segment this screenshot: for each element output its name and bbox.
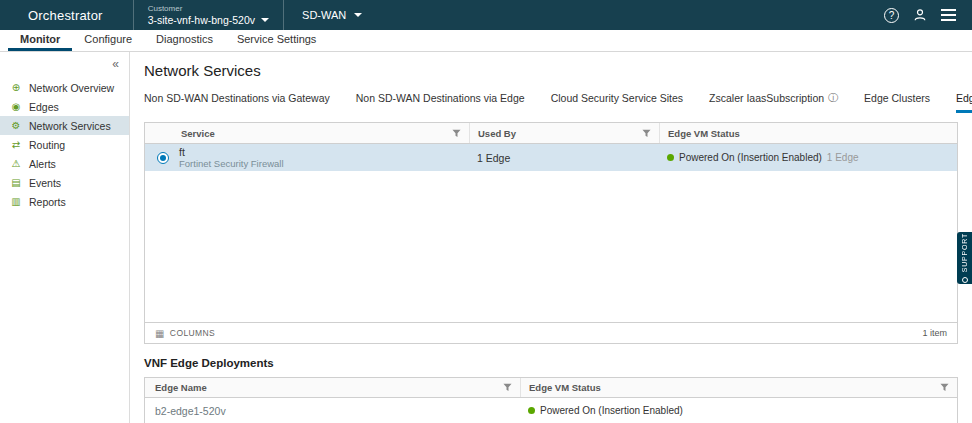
routing-icon: ⇄ <box>10 139 22 150</box>
vnf-table-header: Edge Name Edge VM Status <box>145 378 957 398</box>
sidebar-item-label: Routing <box>29 139 65 151</box>
vnf-deployments-title: VNF Edge Deployments <box>144 357 958 369</box>
tab-cloud-security-sites[interactable]: Cloud Security Service Sites <box>551 91 683 113</box>
filter-icon[interactable] <box>503 383 512 392</box>
columns-icon: ▦ <box>155 328 165 339</box>
chevron-down-icon <box>261 18 269 22</box>
vnf-deployments-table: Edge Name Edge VM Status b2-edge1-520v P… <box>144 377 958 423</box>
primary-nav: Monitor Configure Diagnostics Service Se… <box>0 30 972 52</box>
collapse-sidebar-icon[interactable]: « <box>112 57 119 71</box>
filter-icon[interactable] <box>642 129 651 138</box>
tab-nonsdwan-edge[interactable]: Non SD-WAN Destinations via Edge <box>356 91 525 113</box>
column-header-used-by: Used By <box>478 128 516 139</box>
sidebar-item-routing[interactable]: ⇄ Routing <box>0 135 129 154</box>
customer-value: 3-site-vnf-hw-bng-520v <box>148 14 255 26</box>
service-name: ft <box>179 147 469 158</box>
services-table: Service Used By Edge VM Status <box>144 122 958 344</box>
user-icon[interactable] <box>913 8 927 22</box>
table-row-edge-b2-edge1[interactable]: b2-edge1-520v Powered On (Insertion Enab… <box>145 398 957 423</box>
sidebar-item-label: Network Overview <box>29 82 114 94</box>
network-services-tabs: Non SD-WAN Destinations via Gateway Non … <box>144 91 958 113</box>
column-header-edge-name: Edge Name <box>155 382 207 393</box>
sidebar-item-events[interactable]: ▤ Events <box>0 173 129 192</box>
customer-dropdown[interactable]: Customer 3-site-vnf-hw-bng-520v <box>134 0 283 30</box>
reports-icon: ▥ <box>10 196 22 207</box>
filter-icon[interactable] <box>940 383 949 392</box>
chevron-down-icon <box>354 13 362 17</box>
support-icon <box>962 277 968 283</box>
sidebar-item-alerts[interactable]: ⚠ Alerts <box>0 154 129 173</box>
table-row-service-ft[interactable]: ft Fortinet Security Firewall 1 Edge Pow… <box>145 144 957 171</box>
used-by-value: 1 Edge <box>469 152 659 164</box>
network-services-icon: ⚙ <box>10 120 22 131</box>
sidebar-item-label: Edges <box>29 101 59 113</box>
menu-icon[interactable] <box>941 9 956 21</box>
network-overview-icon: ⊕ <box>10 82 22 93</box>
tab-zscaler-iaas[interactable]: Zscaler IaasSubscription ⓘ <box>709 91 838 113</box>
table-empty-area <box>145 171 957 322</box>
brand-title: Orchestrator <box>0 8 133 23</box>
tab-label: Zscaler IaasSubscription <box>709 92 824 104</box>
tab-label: Non SD-WAN Destinations via Edge <box>356 92 525 104</box>
service-subtitle: Fortinet Security Firewall <box>179 158 469 169</box>
help-glyph: ? <box>889 10 895 21</box>
status-dot-green <box>528 407 535 414</box>
item-count: 1 item <box>922 328 947 338</box>
main-content: Network Services Non SD-WAN Destinations… <box>130 52 972 423</box>
page-title: Network Services <box>144 62 958 79</box>
events-icon: ▤ <box>10 177 22 188</box>
edge-name: b2-edge1-520v <box>145 405 520 417</box>
sidebar-item-reports[interactable]: ▥ Reports <box>0 192 129 211</box>
sidebar-item-label: Alerts <box>29 158 56 170</box>
radio-selected-icon[interactable] <box>157 152 169 164</box>
info-icon: ⓘ <box>828 91 838 105</box>
customer-label: Customer <box>148 4 269 14</box>
tab-label: Cloud Security Service Sites <box>551 92 683 104</box>
tab-service-settings[interactable]: Service Settings <box>225 30 328 51</box>
status-dot-green <box>667 154 674 161</box>
sidebar-item-edges[interactable]: ◉ Edges <box>0 97 129 116</box>
tab-label: Non SD-WAN Destinations via Gateway <box>144 92 330 104</box>
tab-label: Edge Clusters <box>864 92 930 104</box>
column-header-edge-vm-status: Edge VM Status <box>668 128 740 139</box>
tab-edge-vnfs[interactable]: Edge VNFs <box>956 91 972 113</box>
status-text: Powered On (Insertion Enabled) <box>679 152 822 163</box>
support-tab[interactable]: SUPPORT <box>957 232 972 284</box>
column-header-edge-vm-status: Edge VM Status <box>529 382 601 393</box>
tab-monitor[interactable]: Monitor <box>8 30 72 51</box>
status-text: Powered On (Insertion Enabled) <box>540 405 683 416</box>
tab-configure[interactable]: Configure <box>72 30 144 51</box>
filter-icon[interactable] <box>452 129 461 138</box>
sidebar: « ⊕ Network Overview ◉ Edges ⚙ Network S… <box>0 52 130 423</box>
product-dropdown[interactable]: SD-WAN <box>284 0 380 30</box>
sidebar-item-label: Events <box>29 177 61 189</box>
sidebar-item-network-services[interactable]: ⚙ Network Services <box>0 116 129 135</box>
tab-nonsdwan-gateway[interactable]: Non SD-WAN Destinations via Gateway <box>144 91 330 113</box>
tab-edge-clusters[interactable]: Edge Clusters <box>864 91 930 113</box>
columns-button-label: COLUMNS <box>170 328 215 338</box>
help-icon[interactable]: ? <box>884 8 899 23</box>
app-header: Orchestrator Customer 3-site-vnf-hw-bng-… <box>0 0 972 30</box>
support-tab-label: SUPPORT <box>961 233 968 272</box>
edges-icon: ◉ <box>10 101 22 112</box>
product-label: SD-WAN <box>302 9 346 21</box>
sidebar-item-label: Reports <box>29 196 66 208</box>
services-table-header: Service Used By Edge VM Status <box>145 123 957 144</box>
sidebar-item-network-overview[interactable]: ⊕ Network Overview <box>0 78 129 97</box>
services-table-footer: ▦ COLUMNS 1 item <box>145 322 957 343</box>
column-header-service: Service <box>181 128 215 139</box>
columns-button[interactable]: ▦ COLUMNS <box>155 328 215 339</box>
tab-label: Edge VNFs <box>956 92 972 104</box>
sidebar-item-label: Network Services <box>29 120 111 132</box>
alerts-icon: ⚠ <box>10 158 22 169</box>
tab-diagnostics[interactable]: Diagnostics <box>144 30 225 51</box>
status-edge-count: 1 Edge <box>827 152 859 163</box>
